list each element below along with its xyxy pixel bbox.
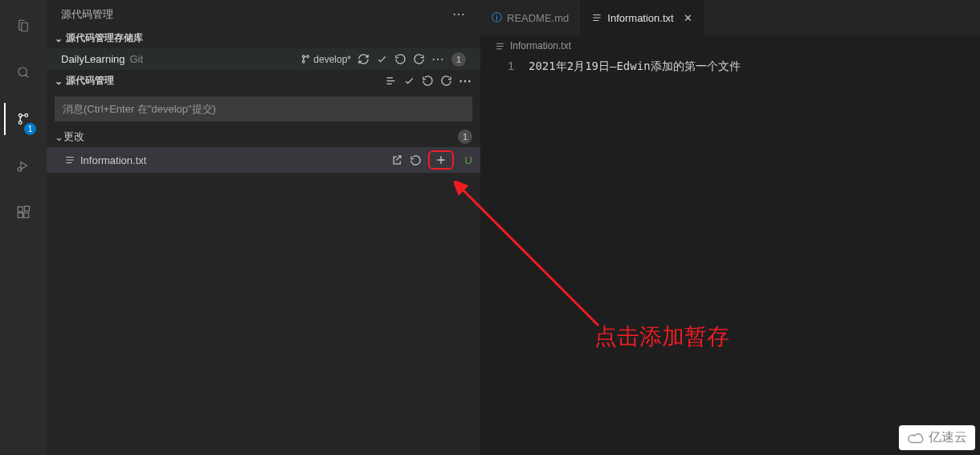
commit-icon[interactable]	[403, 75, 415, 87]
sync-icon[interactable]	[357, 53, 370, 65]
repo-row[interactable]: DailyLearning Git develop* ⋯ 1	[47, 48, 480, 70]
refresh-icon[interactable]	[422, 75, 434, 87]
commit-icon[interactable]	[376, 53, 388, 65]
breadcrumb[interactable]: Information.txt	[480, 35, 980, 56]
commit-input[interactable]	[55, 96, 472, 121]
svg-point-3	[18, 121, 22, 125]
tabs: ⓘ README.md Information.txt ✕	[480, 0, 980, 35]
more-icon[interactable]: ⋯	[452, 6, 466, 22]
file-lines-icon	[495, 41, 505, 51]
explorer-icon[interactable]	[4, 10, 43, 42]
open-file-icon[interactable]	[391, 154, 403, 166]
breadcrumb-label: Information.txt	[510, 40, 571, 51]
svg-rect-5	[18, 207, 22, 211]
activity-bar: 1	[0, 0, 47, 455]
tab-information[interactable]: Information.txt ✕	[580, 0, 703, 35]
close-icon[interactable]: ✕	[684, 12, 692, 24]
chevron-down-icon: ⌄	[55, 33, 63, 44]
svg-point-1	[25, 114, 28, 117]
file-status: U	[465, 154, 472, 166]
sidebar-title: 源代码管理	[61, 7, 113, 22]
repo-section-header[interactable]: ⌄ 源代码管理存储库	[47, 28, 480, 48]
editor: ⓘ README.md Information.txt ✕ Informatio…	[480, 0, 980, 455]
info-icon: ⓘ	[492, 10, 502, 25]
file-lines-icon	[591, 12, 602, 23]
sidebar: 源代码管理 ⋯ ⌄ 源代码管理存储库 DailyLearning Git dev…	[47, 0, 480, 455]
repo-count: 1	[451, 52, 466, 67]
svg-rect-8	[25, 207, 30, 211]
repo-type: Git	[130, 53, 144, 65]
repo-actions: develop* ⋯ 1	[300, 51, 466, 67]
refresh-icon[interactable]	[394, 53, 406, 65]
debug-icon[interactable]	[4, 150, 43, 182]
stage-button[interactable]	[428, 150, 454, 170]
svg-point-0	[18, 68, 27, 76]
svg-rect-6	[18, 213, 22, 218]
more-icon[interactable]: ⋯	[459, 73, 472, 88]
changes-count: 1	[458, 129, 472, 144]
scm-badge: 1	[24, 123, 36, 135]
changes-label: 更改	[63, 129, 84, 144]
svg-rect-7	[24, 213, 29, 218]
discard-icon[interactable]	[410, 154, 422, 166]
scm-section-header[interactable]: ⌄ 源代码管理 ⋯	[47, 70, 480, 92]
repo-name: DailyLearning	[61, 53, 125, 65]
search-icon[interactable]	[4, 56, 43, 88]
watermark-text: 亿速云	[929, 429, 967, 446]
repo-section-label: 源代码管理存储库	[66, 31, 143, 45]
tab-readme[interactable]: ⓘ README.md	[480, 0, 580, 35]
file-name: Information.txt	[80, 154, 146, 166]
line-number: 1	[480, 59, 529, 74]
file-lines-icon	[64, 154, 76, 166]
chevron-down-icon: ⌄	[55, 131, 63, 143]
branch-name: develop*	[313, 54, 351, 65]
svg-point-11	[303, 60, 305, 63]
sidebar-title-row: 源代码管理 ⋯	[47, 0, 480, 28]
more-icon[interactable]: ⋯	[431, 51, 445, 67]
extensions-icon[interactable]	[4, 196, 43, 228]
source-control-icon[interactable]: 1	[4, 103, 43, 135]
tab-label: Information.txt	[607, 12, 673, 24]
refresh-icon-2[interactable]	[440, 75, 452, 87]
scm-section-label: 源代码管理	[66, 74, 114, 88]
code-line: 2021年2月19日—Edwin添加的第一个文件	[529, 59, 741, 74]
file-actions: U	[391, 150, 472, 170]
changes-header[interactable]: ⌄ 更改 1	[47, 126, 480, 147]
tree-icon[interactable]	[385, 75, 397, 87]
svg-point-9	[307, 55, 309, 58]
annotation-text: 点击添加暂存	[594, 322, 729, 352]
tab-label: README.md	[507, 12, 569, 24]
scm-actions: ⋯	[385, 73, 472, 88]
refresh-icon-2[interactable]	[413, 53, 425, 65]
code-area[interactable]: 1 2021年2月19日—Edwin添加的第一个文件	[480, 56, 980, 77]
file-row[interactable]: Information.txt U	[47, 147, 480, 173]
branch-indicator[interactable]: develop*	[300, 54, 351, 65]
chevron-down-icon: ⌄	[55, 76, 63, 87]
watermark: 亿速云	[899, 425, 975, 450]
